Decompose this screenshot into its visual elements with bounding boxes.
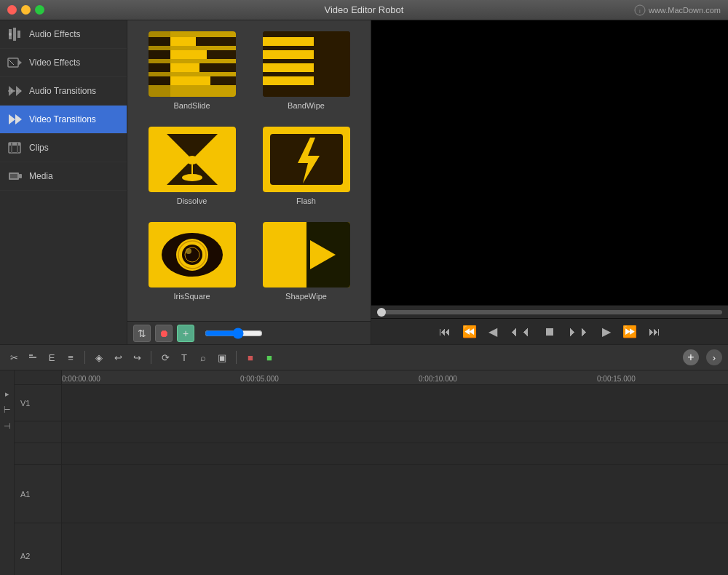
timecode-0: 0:00:00.000 [62,375,100,383]
timeline-toolbar: ✂ E ≡ ◈ ↩ ↪ ⟳ T ⌕ ▣ ■ ■ + › [0,344,728,370]
trim-icon [28,352,38,362]
svg-rect-20 [19,174,22,178]
track-row-v1[interactable] [62,385,728,421]
crop-btn[interactable]: ▣ [214,349,230,365]
trim-tool-btn[interactable] [25,349,41,365]
effects-zoom-slider[interactable] [205,328,263,339]
svg-rect-17 [17,143,18,153]
preview-progress [371,305,728,318]
close-button[interactable] [7,5,17,15]
color-green-btn[interactable]: ■ [261,349,277,365]
sidebar-item-clips-label: Clips [29,143,49,153]
rewind-fast-button[interactable]: ⏪ [459,323,480,340]
track-row-i2[interactable] [62,443,728,465]
progress-thumb [377,308,386,317]
clips-icon [7,140,23,156]
effect-item-shapewipe[interactable]: ShapeWipe [253,222,360,310]
undo-btn[interactable]: ↩ [110,349,126,365]
cut-tool-btn[interactable]: ✂ [6,349,22,365]
fast-forward-button[interactable]: ⏩ [620,323,640,340]
svg-point-58 [186,248,191,254]
window-controls [7,5,44,15]
track-row-a2[interactable] [62,523,728,575]
redo-btn[interactable]: ↪ [129,349,145,365]
sidebar-item-audio-transitions[interactable]: Audio Transitions [0,77,127,106]
media-icon [7,168,23,184]
track-label-i2 [15,443,61,465]
effect-item-flash[interactable]: Flash [253,127,360,215]
add-track-button[interactable]: + [683,349,699,365]
maximize-button[interactable] [35,5,44,15]
text-btn[interactable]: T [176,349,192,365]
effect-item-bandslide[interactable]: BandSlide [138,31,245,119]
frame-back-button[interactable]: ⏴⏴ [506,324,535,340]
effects-panel: BandSlide [127,20,371,344]
svg-point-5 [9,33,12,36]
effect-item-irissquare[interactable]: IrisSquare [138,222,245,310]
stop-button[interactable]: ⏹ [541,324,558,340]
svg-rect-38 [314,50,350,59]
svg-rect-42 [263,46,314,50]
svg-rect-45 [263,85,314,97]
sidebar-item-audio-effects[interactable]: Audio Effects [0,20,127,49]
effects-add-btn[interactable]: + [177,325,194,342]
effect-thumb-bandslide [149,31,236,97]
svg-rect-26 [149,31,170,97]
track-labels: V1 A1 A2 [15,370,62,575]
watermark: i www.MacDown.com [634,4,721,16]
svg-rect-3 [13,28,16,41]
go-to-start-button[interactable]: ⏮ [436,324,454,340]
play-button[interactable]: ▶ [599,323,614,340]
timecode-ruler: 0:00:00.000 0:00:05.000 0:00:10.000 0:00… [62,370,728,385]
loop-btn[interactable]: ⟳ [157,349,173,365]
audio-transitions-icon [7,83,23,99]
edit-tool-btn[interactable]: E [44,349,60,365]
svg-rect-4 [17,31,20,38]
in-point-btn[interactable]: ⊢ [1,404,13,416]
sidebar: Audio Effects Video Effects Audio Transi… [0,20,127,344]
arrow-tool-btn[interactable]: ▸ [1,388,13,400]
svg-point-48 [186,156,198,164]
out-point-btn[interactable]: ⊣ [1,420,13,432]
effect-thumb-shapewipe [263,222,350,288]
navigate-right-button[interactable]: › [706,349,722,365]
sidebar-item-audio-effects-label: Audio Effects [29,29,81,39]
titlebar: Video Editor Robot i www.MacDown.com [0,0,728,20]
minimize-button[interactable] [21,5,31,15]
svg-marker-7 [18,60,22,66]
sidebar-item-clips[interactable]: Clips [0,134,127,162]
track-area: 0:00:00.000 0:00:05.000 0:00:10.000 0:00… [62,370,728,575]
track-row-a1[interactable] [62,465,728,523]
svg-line-8 [9,60,14,65]
svg-rect-29 [170,63,199,72]
rewind-button[interactable]: ◀ [486,323,500,340]
toolbar-sep-3 [236,351,237,364]
watermark-icon: i [634,4,646,16]
marker-btn[interactable]: ◈ [91,349,107,365]
frame-forward-button[interactable]: ⏵⏵ [564,324,593,340]
svg-rect-16 [11,143,12,153]
effects-grid: BandSlide [127,20,371,321]
search-btn[interactable]: ⌕ [195,349,211,365]
track-row-i1[interactable] [62,421,728,443]
video-effects-icon [7,55,23,71]
toolbar-sep-2 [151,351,151,364]
track-label-a2: A2 [15,523,61,575]
svg-rect-30 [170,76,210,85]
slip-tool-btn[interactable]: ≡ [63,349,79,365]
color-red-btn[interactable]: ■ [242,349,258,365]
effect-item-bandwipe[interactable]: BandWipe [253,31,360,119]
effects-record-btn[interactable]: ⏺ [155,325,173,342]
sidebar-item-media[interactable]: Media [0,162,127,191]
effects-sort-btn[interactable]: ⇅ [133,325,151,342]
effect-thumb-dissolve [149,127,236,192]
svg-point-50 [182,174,202,181]
sidebar-item-video-transitions[interactable]: Video Transitions [0,106,127,134]
go-to-end-button[interactable]: ⏭ [646,324,663,340]
effect-item-dissolve[interactable]: Dissolve [138,127,245,215]
preview-screen [371,20,728,305]
progress-track[interactable] [377,310,722,314]
effect-name-irissquare: IrisSquare [173,292,210,301]
sidebar-item-video-effects[interactable]: Video Effects [0,49,127,77]
sidebar-item-video-effects-label: Video Effects [29,58,80,68]
